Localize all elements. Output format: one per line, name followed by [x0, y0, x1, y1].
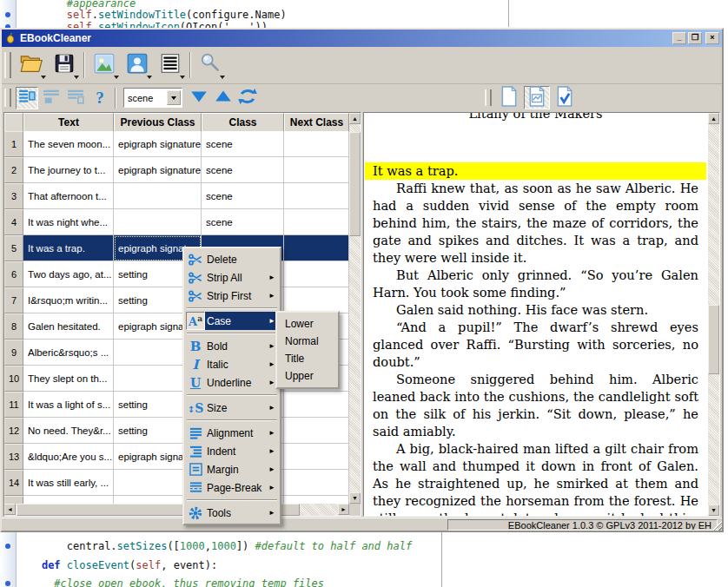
menu-item-case[interactable]: AaCase►: [184, 312, 280, 330]
refresh-button[interactable]: [236, 87, 259, 109]
row-header-10[interactable]: 10: [4, 366, 23, 392]
menu-item-size[interactable]: ↕SSize►: [184, 399, 280, 417]
cell-next[interactable]: [284, 392, 349, 418]
scroll-down-arrow[interactable]: ▼: [349, 492, 361, 504]
title-bar[interactable]: EBookCleaner _ ❒ ×: [2, 30, 722, 47]
scroll-left-arrow[interactable]: ◄: [4, 504, 16, 515]
row-header-8[interactable]: 8: [4, 313, 23, 340]
close-button[interactable]: ×: [705, 32, 719, 44]
row-header-9[interactable]: 9: [4, 340, 23, 366]
scroll-up-arrow[interactable]: ▲: [349, 113, 361, 124]
cell-next[interactable]: [284, 131, 349, 157]
row-header-5[interactable]: 5: [4, 235, 23, 261]
cell-next[interactable]: [284, 444, 349, 470]
cell-next[interactable]: [284, 287, 349, 313]
menu-item-strip-first[interactable]: Strip First►: [184, 287, 280, 305]
cell-text[interactable]: The seven moon...: [23, 131, 114, 157]
combo-dropdown-button[interactable]: [167, 90, 181, 105]
table-hscrollbar[interactable]: ◄ ►: [4, 504, 349, 516]
scroll-up-arrow[interactable]: ▲: [708, 113, 719, 124]
save-button[interactable]: [49, 49, 80, 81]
toolbar-grip[interactable]: [485, 89, 492, 106]
cell-prev[interactable]: [114, 209, 202, 235]
minimize-button[interactable]: _: [672, 32, 686, 44]
row-header-13[interactable]: 13: [4, 444, 23, 470]
view-text-button[interactable]: [40, 87, 63, 109]
column-header-next-class[interactable]: Next Class: [284, 113, 349, 131]
cell-text[interactable]: It was a light of s...: [23, 392, 114, 418]
cell-prev[interactable]: epigraph signature: [114, 131, 202, 157]
toolbar-grip[interactable]: [4, 52, 11, 77]
menu-item-alignment[interactable]: Alignment►: [184, 424, 280, 442]
submenu-item-normal[interactable]: Normal: [277, 333, 338, 350]
row-header-14[interactable]: 14: [4, 470, 23, 496]
cell-next[interactable]: [284, 261, 349, 287]
menu-item-indent[interactable]: Indent►: [184, 442, 280, 460]
help-button[interactable]: ?: [89, 87, 111, 109]
column-header-previous-class[interactable]: Previous Class: [114, 113, 202, 131]
down-triangle-button[interactable]: [188, 87, 210, 109]
cell-prev[interactable]: epigraph signature: [114, 157, 202, 183]
vscroll-thumb[interactable]: [349, 132, 361, 236]
submenu-item-title[interactable]: Title: [277, 350, 338, 367]
cell-text[interactable]: I&rsquo;m writin...: [23, 287, 114, 313]
menu-item-margin[interactable]: Margin►: [184, 460, 280, 478]
cell-text[interactable]: It was a trap.: [23, 235, 114, 261]
book-preview-text[interactable]: Litany of the Makers It was a trap. Raff…: [365, 113, 706, 516]
column-header-class[interactable]: Class: [202, 113, 284, 131]
cell-prev[interactable]: [114, 183, 202, 209]
breakpoint-dot-icon[interactable]: [5, 544, 10, 549]
row-header-6[interactable]: 6: [4, 261, 23, 287]
breakpoint-dot-icon[interactable]: [5, 581, 10, 586]
menu-item-tools[interactable]: Tools►: [184, 504, 280, 522]
cell-next[interactable]: [284, 157, 349, 183]
submenu-item-upper[interactable]: Upper: [277, 367, 338, 385]
text-button[interactable]: [155, 49, 186, 81]
page-check-button[interactable]: [552, 86, 578, 109]
cell-text[interactable]: &ldquo;Are you s...: [23, 444, 114, 470]
open-button[interactable]: [16, 49, 47, 81]
cell-text[interactable]: It was still early, ...: [23, 470, 114, 496]
cell-text[interactable]: It was night whe...: [23, 209, 114, 235]
table-vscrollbar[interactable]: ▲ ▼: [349, 113, 361, 504]
cell-text[interactable]: The journey to t...: [23, 157, 114, 183]
cell-class[interactable]: scene: [202, 157, 284, 183]
row-header-3[interactable]: 3: [4, 183, 23, 209]
cell-text[interactable]: No need. They&r...: [23, 418, 114, 444]
menu-item-underline[interactable]: UUnderline►: [184, 373, 280, 392]
column-header-text[interactable]: Text: [23, 113, 114, 131]
cell-next[interactable]: [284, 470, 349, 496]
menu-item-page-break[interactable]: Page-Break►: [184, 478, 280, 497]
cell-class[interactable]: scene: [202, 183, 284, 209]
row-header-1[interactable]: 1: [4, 131, 23, 157]
search-button[interactable]: [195, 49, 226, 81]
maximize-button[interactable]: ❒: [688, 32, 702, 44]
menu-item-italic[interactable]: IItalic►: [184, 355, 280, 373]
view-split-button[interactable]: [16, 87, 38, 109]
menu-item-bold[interactable]: BBold►: [184, 337, 280, 355]
row-header-7[interactable]: 7: [4, 287, 23, 313]
cell-next[interactable]: [284, 183, 349, 209]
toolbar-grip[interactable]: [4, 89, 11, 108]
row-header-4[interactable]: 4: [4, 209, 23, 235]
vscroll-thumb[interactable]: [708, 305, 719, 374]
view-box-button[interactable]: [64, 87, 87, 109]
cell-class[interactable]: scene: [202, 209, 284, 235]
scroll-down-arrow[interactable]: ▼: [708, 505, 719, 516]
cell-next[interactable]: [284, 209, 349, 235]
metadata-button[interactable]: [122, 49, 153, 81]
cell-text[interactable]: Two days ago, at...: [23, 261, 114, 287]
cell-text[interactable]: That afternoon t...: [23, 183, 114, 209]
menu-item-delete[interactable]: Delete: [184, 250, 280, 268]
up-triangle-button[interactable]: [212, 87, 235, 109]
page-chart-button[interactable]: [524, 86, 550, 109]
scroll-right-arrow[interactable]: ►: [338, 504, 349, 515]
row-header-12[interactable]: 12: [4, 418, 23, 444]
menu-item-strip-all[interactable]: Strip All►: [184, 268, 280, 287]
cell-text[interactable]: Alberic&rsquo;s ...: [23, 340, 114, 366]
cell-text[interactable]: Galen hesitated.: [23, 313, 114, 340]
images-button[interactable]: [89, 49, 120, 81]
preview-vscrollbar[interactable]: ▲ ▼: [708, 113, 719, 516]
submenu-item-lower[interactable]: Lower: [277, 315, 338, 333]
breakpoint-dot-icon[interactable]: [5, 12, 10, 17]
